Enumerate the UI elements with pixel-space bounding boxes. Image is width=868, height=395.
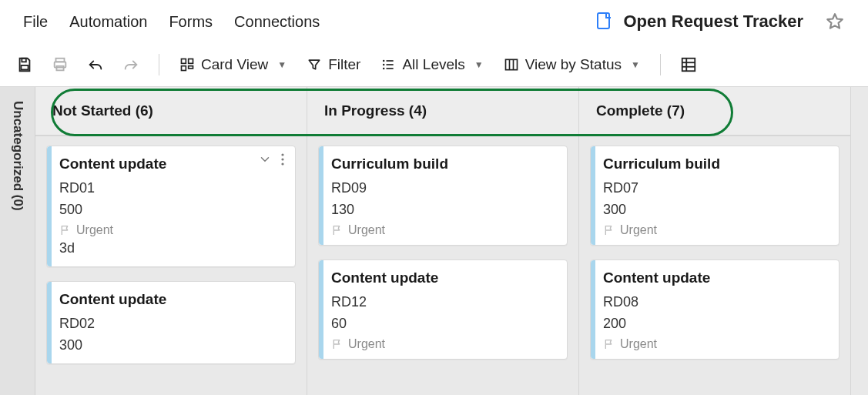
svg-rect-13 bbox=[387, 64, 394, 65]
column-header[interactable]: Complete (7) bbox=[579, 87, 851, 136]
svg-rect-5 bbox=[56, 66, 63, 71]
card[interactable]: Content updateRD01500Urgent3d bbox=[46, 146, 296, 267]
svg-point-10 bbox=[383, 60, 385, 62]
svg-rect-19 bbox=[682, 59, 695, 72]
card-id: RD12 bbox=[331, 291, 556, 313]
column-body: Curriculum buildRD07300UrgentContent upd… bbox=[579, 136, 851, 395]
card-flag-row: Urgent bbox=[59, 223, 284, 237]
card-extra: 3d bbox=[59, 237, 284, 259]
card-id: RD01 bbox=[59, 177, 284, 199]
card[interactable]: Curriculum buildRD09130Urgent bbox=[318, 146, 568, 246]
document-title: Open Request Tracker bbox=[623, 12, 803, 32]
menubar: File Automation Forms Connections Open R… bbox=[0, 0, 868, 43]
card-number: 300 bbox=[59, 334, 284, 356]
card-menu-button[interactable] bbox=[276, 152, 289, 166]
svg-rect-0 bbox=[598, 13, 609, 28]
board-columns: Not Started (6)Content updateRD01500Urge… bbox=[35, 87, 868, 395]
chevron-down-icon: ▼ bbox=[474, 59, 484, 70]
levels-icon bbox=[380, 57, 396, 72]
save-button[interactable] bbox=[12, 52, 37, 77]
board-column: Not Started (6)Content updateRD01500Urge… bbox=[35, 87, 307, 395]
svg-rect-1 bbox=[22, 59, 25, 62]
card-number: 500 bbox=[59, 199, 284, 220]
card-flag-row: Urgent bbox=[331, 337, 556, 351]
flag-icon bbox=[603, 224, 615, 236]
filter-icon bbox=[307, 57, 322, 72]
document-title-group: Open Request Tracker bbox=[595, 12, 803, 32]
flag-icon bbox=[59, 224, 72, 236]
menu-automation[interactable]: Automation bbox=[69, 13, 147, 31]
svg-rect-8 bbox=[182, 66, 186, 71]
card-id: RD09 bbox=[331, 177, 556, 199]
svg-point-25 bbox=[281, 162, 283, 165]
uncategorized-tab[interactable]: Uncategorized (0) bbox=[0, 87, 35, 395]
svg-rect-6 bbox=[182, 59, 186, 64]
card-flag-label: Urgent bbox=[620, 223, 657, 237]
card[interactable]: Content updateRD02300 bbox=[46, 281, 296, 364]
sheet-icon bbox=[595, 12, 614, 32]
undo-button[interactable] bbox=[83, 52, 108, 77]
filter-button[interactable]: Filter bbox=[302, 53, 365, 76]
svg-rect-16 bbox=[505, 59, 517, 69]
card-id: RD02 bbox=[59, 313, 284, 334]
column-header[interactable]: Not Started (6) bbox=[35, 87, 307, 136]
card-flag-row: Urgent bbox=[331, 223, 556, 237]
redo-button bbox=[119, 52, 143, 77]
columns-icon bbox=[504, 57, 519, 72]
view-by-status-dropdown[interactable]: View by Status ▼ bbox=[499, 53, 645, 76]
svg-rect-9 bbox=[189, 66, 193, 69]
flag-icon bbox=[331, 338, 344, 350]
menu-connections[interactable]: Connections bbox=[234, 13, 320, 31]
view-by-label: View by Status bbox=[525, 56, 622, 73]
card-title: Content update bbox=[331, 269, 556, 286]
svg-point-14 bbox=[383, 68, 385, 70]
card-flag-label: Urgent bbox=[348, 337, 385, 351]
chevron-down-icon: ▼ bbox=[631, 59, 640, 70]
flag-icon bbox=[331, 224, 344, 236]
card-view-icon bbox=[179, 57, 195, 72]
grid-view-button[interactable] bbox=[676, 52, 701, 77]
all-levels-label: All Levels bbox=[402, 56, 464, 73]
card-id: RD07 bbox=[603, 177, 828, 199]
card-id: RD08 bbox=[603, 291, 828, 313]
card-title: Content update bbox=[59, 156, 284, 172]
menu-forms[interactable]: Forms bbox=[169, 13, 213, 31]
column-body: Curriculum buildRD09130UrgentContent upd… bbox=[307, 136, 579, 395]
flag-icon bbox=[603, 338, 615, 350]
card[interactable]: Content updateRD1260Urgent bbox=[318, 259, 568, 360]
board-area: Uncategorized (0) Not Started (6)Content… bbox=[0, 86, 868, 395]
card-number: 130 bbox=[331, 199, 556, 220]
column-header[interactable]: In Progress (4) bbox=[307, 87, 579, 136]
card-view-dropdown[interactable]: Card View ▼ bbox=[175, 53, 291, 76]
all-levels-dropdown[interactable]: All Levels ▼ bbox=[376, 53, 488, 76]
card-title: Curriculum build bbox=[603, 156, 828, 172]
toolbar-separator bbox=[660, 54, 661, 75]
print-button bbox=[48, 52, 72, 77]
svg-point-23 bbox=[281, 153, 283, 156]
svg-point-24 bbox=[281, 158, 283, 160]
menu-file[interactable]: File bbox=[23, 13, 48, 31]
toolbar: Card View ▼ Filter All Levels ▼ View by … bbox=[0, 43, 868, 86]
card-flag-row: Urgent bbox=[603, 223, 828, 237]
card-flag-label: Urgent bbox=[620, 337, 657, 351]
card[interactable]: Curriculum buildRD07300Urgent bbox=[590, 146, 840, 246]
board-column: In Progress (4)Curriculum buildRD09130Ur… bbox=[307, 87, 579, 395]
card-expand-button[interactable] bbox=[258, 152, 272, 166]
column-body: Content updateRD01500Urgent3dContent upd… bbox=[35, 136, 307, 395]
card-view-label: Card View bbox=[201, 56, 268, 73]
svg-point-12 bbox=[383, 64, 385, 66]
toolbar-separator bbox=[159, 54, 159, 75]
card-number: 60 bbox=[331, 313, 556, 334]
svg-rect-11 bbox=[387, 60, 394, 62]
card-flag-label: Urgent bbox=[76, 223, 113, 237]
card-title: Content update bbox=[603, 269, 828, 286]
card[interactable]: Content updateRD08200Urgent bbox=[590, 259, 840, 360]
card-flag-label: Urgent bbox=[348, 223, 385, 237]
card-title: Curriculum build bbox=[331, 156, 556, 172]
svg-rect-2 bbox=[21, 65, 28, 70]
card-flag-row: Urgent bbox=[603, 337, 828, 351]
favorite-star-button[interactable] bbox=[825, 12, 845, 32]
card-number: 200 bbox=[603, 313, 828, 334]
uncategorized-label: Uncategorized (0) bbox=[10, 101, 25, 211]
svg-rect-7 bbox=[189, 59, 193, 64]
